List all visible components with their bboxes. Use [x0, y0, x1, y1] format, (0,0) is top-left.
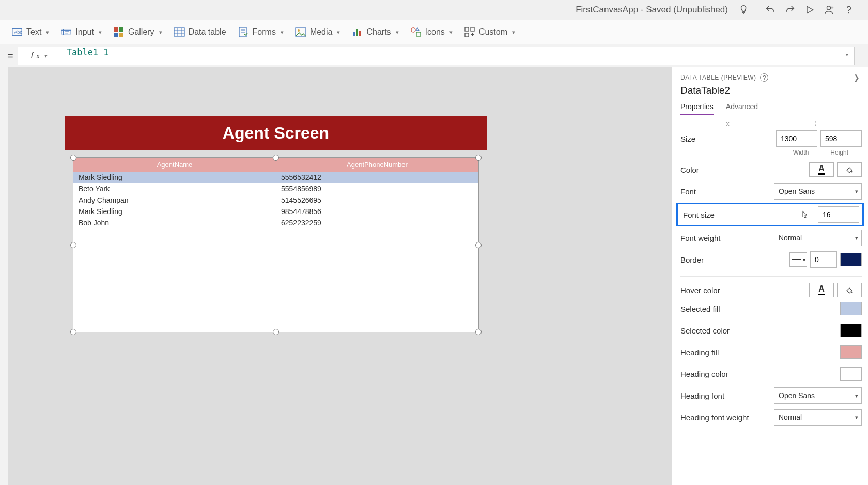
- svg-text:Abc: Abc: [14, 29, 22, 35]
- heading-fill-swatch[interactable]: [840, 345, 862, 359]
- toolbar-gallery[interactable]: Gallery▾: [113, 20, 162, 44]
- selected-color-swatch[interactable]: [840, 324, 862, 337]
- svg-rect-9: [114, 27, 118, 32]
- formula-input[interactable]: Table1_1▾: [60, 47, 855, 65]
- user-icon[interactable]: [819, 0, 839, 20]
- selection-handle[interactable]: [273, 329, 279, 335]
- expand-formula-icon[interactable]: ▾: [845, 51, 849, 58]
- toolbar-icons[interactable]: Icons▾: [410, 20, 453, 44]
- font-select[interactable]: Open Sans▾: [774, 183, 862, 200]
- prop-border: Border ▾: [680, 249, 862, 270]
- border-width-input[interactable]: [810, 251, 837, 268]
- selection-handle[interactable]: [475, 329, 482, 335]
- media-icon: [295, 26, 306, 38]
- table-row[interactable]: Mark Siedling5556532412: [73, 172, 478, 183]
- column-header[interactable]: AgentPhoneNumber: [276, 158, 478, 172]
- data-table-control[interactable]: AgentName AgentPhoneNumber Mark Siedling…: [73, 157, 479, 332]
- heading-font-weight-select[interactable]: Normal▾: [774, 409, 862, 426]
- tab-advanced[interactable]: Advanced: [726, 99, 758, 115]
- svg-rect-24: [356, 29, 358, 36]
- chevron-down-icon: ▾: [855, 235, 858, 241]
- svg-rect-13: [174, 28, 184, 36]
- table-row[interactable]: Mark Siedling9854478856: [73, 206, 478, 217]
- toolbar-media[interactable]: Media▾: [295, 20, 340, 44]
- svg-marker-0: [807, 6, 813, 13]
- selection-handle[interactable]: [475, 242, 482, 248]
- redo-icon[interactable]: [780, 0, 800, 20]
- svg-rect-30: [465, 33, 469, 37]
- font-weight-select[interactable]: Normal▾: [774, 230, 862, 246]
- svg-rect-10: [119, 27, 123, 32]
- formula-bar: = fx▾ Table1_1▾: [0, 44, 868, 67]
- toolbar-forms[interactable]: Forms▾: [238, 20, 284, 44]
- canvas-area[interactable]: Agent Screen AgentName AgentPhoneNumber …: [8, 67, 672, 485]
- health-icon[interactable]: [734, 0, 754, 20]
- screen: Agent Screen AgentName AgentPhoneNumber …: [65, 116, 487, 332]
- undo-icon[interactable]: [761, 0, 780, 20]
- size-height-input[interactable]: [820, 130, 862, 147]
- hover-font-color-button[interactable]: A: [809, 283, 834, 297]
- input-icon: [60, 26, 72, 38]
- forms-icon: [238, 26, 249, 38]
- svg-rect-29: [471, 27, 474, 31]
- toolbar-charts[interactable]: Charts▾: [351, 20, 398, 44]
- toolbar-text[interactable]: Abc Text▾: [11, 20, 49, 44]
- collapse-panel-icon[interactable]: ❯: [854, 73, 860, 82]
- size-width-input[interactable]: [776, 130, 817, 147]
- svg-rect-5: [61, 30, 71, 34]
- svg-point-32: [851, 292, 853, 293]
- svg-rect-23: [353, 32, 355, 36]
- selection-handle[interactable]: [70, 329, 76, 335]
- heading-font-select[interactable]: Open Sans▾: [774, 387, 862, 404]
- chevron-down-icon: ▾: [855, 414, 858, 421]
- border-color-swatch[interactable]: [840, 253, 862, 266]
- table-row[interactable]: Bob John6252232259: [73, 217, 478, 229]
- svg-rect-27: [416, 32, 421, 36]
- toolbar-datatable[interactable]: Data table: [174, 20, 226, 44]
- prop-size: Size: [680, 128, 862, 149]
- panel-header: DATA TABLE (PREVIEW) ?: [680, 73, 768, 82]
- font-size-input[interactable]: [818, 206, 859, 223]
- tab-properties[interactable]: Properties: [680, 99, 714, 115]
- toolbar-custom[interactable]: Custom▾: [464, 20, 515, 44]
- divider: [757, 4, 757, 16]
- selection-handle[interactable]: [273, 155, 279, 161]
- prop-heading-font-weight: Heading font weight Normal▾: [680, 407, 862, 428]
- help-icon[interactable]: [839, 0, 859, 20]
- play-icon[interactable]: [800, 0, 819, 20]
- chevron-down-icon: ▾: [99, 29, 102, 36]
- prop-font: Font Open Sans▾: [680, 181, 862, 202]
- fill-color-button[interactable]: [837, 162, 862, 177]
- selection-handle[interactable]: [475, 155, 482, 161]
- chevron-down-icon: ▾: [337, 29, 340, 36]
- chevron-down-icon: ▾: [855, 392, 858, 399]
- prop-selected-color: Selected color: [680, 320, 862, 341]
- selection-handle[interactable]: [70, 155, 76, 161]
- help-icon[interactable]: ?: [760, 73, 768, 82]
- prop-selected-fill: Selected fill: [680, 298, 862, 319]
- chevron-down-icon: ▾: [396, 29, 399, 36]
- properties-panel: DATA TABLE (PREVIEW) ? ❯ DataTable2 Prop…: [672, 67, 868, 485]
- table-row[interactable]: Beto Yark5554856989: [73, 183, 478, 194]
- selected-fill-swatch[interactable]: [840, 302, 862, 315]
- hover-fill-color-button[interactable]: [837, 283, 862, 297]
- fx-selector[interactable]: fx▾: [18, 47, 60, 65]
- app-title: FirstCanvasApp - Saved (Unpublished): [576, 5, 728, 15]
- selection-handle[interactable]: [70, 242, 76, 248]
- border-style-select[interactable]: ▾: [789, 252, 807, 267]
- heading-color-swatch[interactable]: [840, 367, 862, 381]
- toolbar-input[interactable]: Input▾: [60, 20, 102, 44]
- prop-hover-color: Hover color A: [680, 276, 862, 297]
- svg-point-31: [851, 171, 853, 173]
- control-name: DataTable2: [672, 85, 868, 99]
- label-icon: Abc: [11, 26, 23, 38]
- font-color-button[interactable]: A: [809, 162, 834, 177]
- svg-point-22: [298, 29, 300, 32]
- prop-heading-color: Heading color: [680, 363, 862, 384]
- gallery-icon: [113, 26, 125, 38]
- prop-font-weight: Font weight Normal▾: [680, 228, 862, 248]
- svg-rect-28: [465, 27, 469, 31]
- table-row[interactable]: Andy Champan5145526695: [73, 194, 478, 206]
- column-header[interactable]: AgentName: [73, 158, 276, 172]
- equals-sign: =: [3, 50, 18, 62]
